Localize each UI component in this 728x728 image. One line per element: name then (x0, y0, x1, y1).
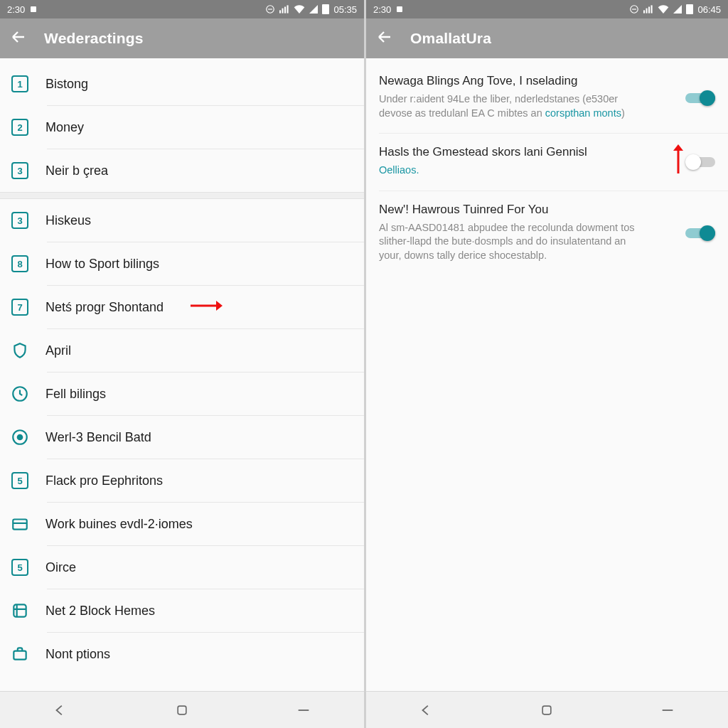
nav-recents-button[interactable] (284, 697, 323, 723)
list-item-icon: 3 (10, 161, 30, 181)
list-item[interactable]: Net 2 Block Hemes (0, 589, 364, 632)
status-download-icon (408, 5, 417, 14)
list-item-icon (10, 601, 30, 621)
phone-right: 2:30 06:45 OmallatUra Newaga Blings Ang … (364, 0, 728, 728)
svg-rect-13 (14, 604, 26, 616)
setting-link[interactable]: Oelliaos. (379, 164, 419, 176)
list-item-icon: 1 (10, 74, 30, 94)
list-item-icon: 5 (10, 557, 30, 577)
tag-icon (11, 601, 29, 620)
svg-rect-14 (14, 651, 26, 660)
list-item[interactable]: Werl-3 Bencil Batd (0, 416, 364, 459)
list-item[interactable]: Work buines evdl-2·iomes (0, 503, 364, 545)
list-item-label: Werl-3 Bencil Batd (46, 430, 151, 445)
page-title: OmallatUra (410, 30, 491, 47)
highlight-arrow-icon (189, 299, 223, 315)
toggle-switch[interactable] (685, 90, 715, 107)
setting-title: Hasls the Gmestead skors lani Gennisl (379, 145, 715, 159)
list-item[interactable]: Nont ptions (0, 633, 364, 675)
settings-panel: Newaga Blings Ang Tove, I nseladingUnder… (366, 58, 728, 691)
numbered-icon: 5 (11, 559, 28, 576)
svg-rect-21 (646, 9, 648, 14)
briefcase-icon (11, 645, 29, 663)
settings-list: 1Bistong2Money3Neir b çrea3Hiskeus8How t… (0, 58, 364, 691)
svg-rect-17 (397, 6, 402, 12)
setting-link[interactable]: corspthan monts (545, 107, 621, 119)
back-button[interactable] (10, 28, 27, 48)
setting-item[interactable]: Hasls the Gmestead skors lani GennislOel… (366, 134, 728, 191)
list-item[interactable]: 7Netś progr Shontand (0, 286, 364, 328)
status-wifi-icon (294, 5, 305, 14)
card-icon (11, 515, 29, 533)
list-item[interactable]: 1Bistong (0, 63, 364, 105)
setting-description: Oelliaos. (379, 164, 635, 178)
status-bar: 2:30 06:45 (366, 0, 728, 18)
svg-rect-0 (31, 6, 36, 12)
list-item[interactable]: Fell bilings (0, 373, 364, 415)
svg-rect-3 (279, 10, 281, 13)
list-item-label: Net 2 Block Hemes (46, 604, 155, 619)
list-item-label: Work buines evdl-2·iomes (46, 517, 193, 532)
status-bar: 2:30 05:35 (0, 0, 364, 18)
setting-title: Newaga Blings Ang Tove, I nselading (379, 74, 715, 88)
numbered-icon: 8 (11, 255, 28, 272)
toggle-switch[interactable] (685, 225, 715, 242)
list-item-label: Nont ptions (46, 647, 110, 662)
list-item-icon: 2 (10, 117, 30, 137)
app-bar: OmallatUra (366, 18, 728, 58)
nav-recents-icon (296, 702, 311, 718)
svg-rect-20 (643, 10, 645, 13)
list-item-label: Bistong (46, 77, 88, 92)
toggle-switch[interactable] (685, 154, 715, 171)
list-item[interactable]: 2Money (0, 106, 364, 149)
nav-back-button[interactable] (407, 697, 446, 723)
nav-back-button[interactable] (41, 697, 80, 723)
list-item-icon (10, 384, 30, 404)
svg-rect-15 (178, 706, 186, 714)
list-item-label: Flack pro Eephritons (46, 473, 163, 488)
status-download-icon (42, 5, 50, 14)
list-item-label: April (46, 343, 71, 358)
nav-back-icon (53, 702, 68, 718)
nav-home-button[interactable] (162, 697, 202, 723)
status-do-not-disturb-icon (265, 4, 275, 14)
list-item[interactable]: 3Hiskeus (0, 199, 364, 242)
svg-point-10 (18, 435, 23, 440)
list-item[interactable]: 3Neir b çrea (0, 149, 364, 192)
list-item[interactable]: April (0, 329, 364, 372)
list-item-label: Netś progr Shontand (46, 300, 164, 315)
status-signal-icon (643, 5, 653, 14)
status-battery-icon (686, 4, 693, 14)
back-button[interactable] (376, 28, 393, 48)
phone-left: 2:30 05:35 Wederactings 1Bistong2Money3N… (0, 0, 364, 728)
clock-icon (11, 385, 29, 403)
numbered-icon: 5 (11, 472, 28, 489)
list-item-icon: 3 (10, 210, 30, 230)
app-bar: Wederactings (0, 18, 364, 58)
list-item-label: Hiskeus (46, 213, 91, 228)
list-item-icon (10, 427, 30, 447)
list-item[interactable]: 8How to Sport bilings (0, 242, 364, 285)
status-notif-icon (29, 5, 38, 14)
list-item-label: Neir b çrea (46, 164, 108, 178)
svg-rect-5 (284, 7, 286, 14)
nav-recents-button[interactable] (648, 697, 687, 723)
list-item[interactable]: 5Flack pro Eephritons (0, 459, 364, 502)
svg-rect-6 (287, 5, 289, 13)
setting-item[interactable]: New'! Hawrous Tuinred For YouAl sm-AASD0… (366, 191, 728, 276)
setting-title: New'! Hawrous Tuinred For You (379, 203, 715, 217)
setting-item[interactable]: Newaga Blings Ang Tove, I nseladingUnder… (366, 63, 728, 133)
svg-rect-25 (543, 706, 552, 714)
status-clock: 05:35 (333, 4, 357, 15)
back-arrow-icon (10, 28, 27, 46)
nav-home-icon (175, 703, 189, 717)
list-item-icon (10, 514, 30, 534)
svg-rect-4 (282, 9, 284, 14)
list-item[interactable]: 5Oirce (0, 546, 364, 589)
setting-description: Under r:aident 94Le the liber, nderledst… (379, 92, 635, 120)
numbered-icon: 2 (11, 119, 28, 136)
list-item-label: Fell bilings (46, 387, 106, 402)
status-do-not-disturb-icon (629, 4, 639, 14)
nav-home-button[interactable] (527, 697, 567, 723)
section-divider (0, 192, 364, 199)
